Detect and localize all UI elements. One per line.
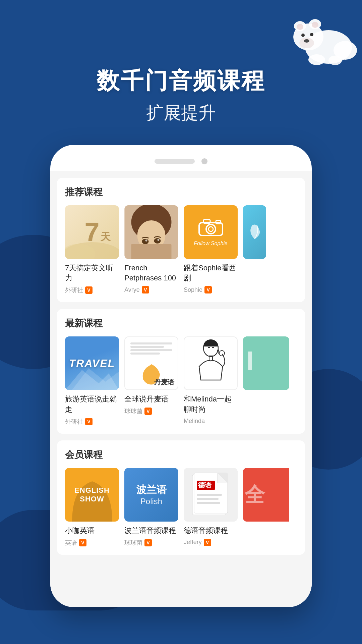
svg-rect-50 — [197, 502, 220, 504]
verified-badge-travel: V — [85, 418, 93, 425]
verified-badge-danish: V — [144, 408, 152, 415]
member-title: 会员课程 — [65, 448, 297, 461]
course-name-german: 德语音频课程 — [184, 526, 238, 536]
course-author-travel: 外研社 V — [65, 418, 119, 426]
tian-label: 天 — [101, 230, 111, 244]
course-thumb-travel: TRAVEL — [65, 336, 119, 390]
course-author-danish: 球球菌 V — [124, 407, 178, 415]
course-author-melinda: Melinda — [184, 418, 238, 425]
verified-badge-sophie: V — [204, 286, 212, 293]
member-section: 会员课程 ENGLISH SHOW — [57, 440, 305, 555]
course-thumb-melinda — [184, 336, 238, 390]
course-thumb-7days: 7 天 — [65, 205, 119, 259]
follow-sophie-text: Follow Sophie — [194, 240, 228, 247]
course-name-english: 小咖英语 — [65, 526, 119, 536]
course-author-polish: 球球菌 V — [124, 539, 178, 547]
course-card-german[interactable]: 德语 德语音频课程 Jeffery V — [184, 468, 238, 547]
course-card-french[interactable]: French Petphrases 100 Avrye V — [124, 205, 178, 294]
course-card-english[interactable]: ENGLISH SHOW 小咖英语 英语 V — [65, 468, 119, 547]
camera-icon — [197, 218, 224, 238]
latest-section: 最新课程 TRAVEL 旅游英语说走就走 — [57, 309, 305, 434]
course-author-sophie: Sophie V — [184, 286, 238, 293]
phone-camera — [201, 158, 207, 164]
svg-point-22 — [145, 239, 147, 241]
svg-rect-49 — [197, 498, 219, 500]
svg-rect-48 — [197, 494, 222, 496]
phone-speaker — [155, 159, 195, 164]
course-thumb-polish: 波兰语 Polish — [124, 468, 178, 522]
hero-section: 数千门音频课程 扩展提升 — [0, 0, 362, 125]
course-name-french: French Petphrases 100 — [124, 263, 178, 284]
latest-grid: TRAVEL 旅游英语说走就走 外研社 V — [65, 336, 297, 426]
seven-numeral: 7 — [84, 219, 100, 246]
svg-point-20 — [142, 239, 149, 244]
course-thumb-sophie: Follow Sophie — [184, 205, 238, 259]
course-thumb-global — [243, 205, 266, 259]
course-name-travel: 旅游英语说走就走 — [65, 394, 119, 415]
svg-point-21 — [154, 238, 161, 244]
phone-mockup: 推荐课程 7 天 7天搞定英文听力 — [50, 145, 312, 607]
phone-notch — [50, 155, 312, 171]
svg-text:I: I — [246, 346, 254, 376]
course-thumb-french — [124, 205, 178, 259]
course-name-polish: 波兰语音频课程 — [124, 526, 178, 536]
svg-rect-19 — [131, 244, 172, 259]
hero-title: 数千门音频课程 — [0, 67, 362, 95]
svg-text:德语: 德语 — [198, 481, 212, 489]
svg-point-23 — [158, 239, 160, 241]
course-author-german: Jeffery V — [184, 539, 238, 546]
polish-subtitle-text: Polish — [136, 497, 167, 506]
verified-badge-english: V — [79, 539, 86, 546]
course-name-danish: 全球说丹麦语 — [124, 394, 178, 405]
course-author-english: 英语 V — [65, 539, 119, 547]
phone-wrapper: 推荐课程 7 天 7天搞定英文听力 — [0, 145, 362, 621]
course-author-7days: 外研社 V — [65, 286, 119, 294]
danish-label: 丹麦语 — [154, 378, 174, 387]
course-name-7days: 7天搞定英文听力 — [65, 263, 119, 284]
course-card-sophie[interactable]: Follow Sophie 跟着Sophie看西剧 Sophie V — [184, 205, 238, 294]
course-thumb-danish: 丹麦语 — [124, 336, 178, 390]
course-card-polish[interactable]: 波兰语 Polish 波兰语音频课程 球球菌 V — [124, 468, 178, 547]
polish-title-text: 波兰语 — [136, 483, 167, 497]
course-card-global-partial[interactable] — [243, 205, 289, 294]
recommended-section: 推荐课程 7 天 7天搞定英文听力 — [57, 178, 305, 303]
course-card-7days[interactable]: 7 天 7天搞定英文听力 外研社 V — [65, 205, 119, 294]
svg-point-37 — [217, 350, 219, 352]
course-name-sophie: 跟着Sophie看西剧 — [184, 263, 238, 284]
verified-badge-polish: V — [144, 539, 152, 546]
course-card-danish[interactable]: 丹麦语 全球说丹麦语 球球菌 V — [124, 336, 178, 426]
verified-badge-french: V — [142, 286, 149, 293]
travel-text: TRAVEL — [69, 357, 115, 370]
latest-title: 最新课程 — [65, 317, 297, 330]
recommended-grid: 7 天 7天搞定英文听力 外研社 V — [65, 205, 297, 294]
course-thumb-english: ENGLISH SHOW — [65, 468, 119, 522]
course-thumb-german: 德语 — [184, 468, 238, 522]
app-content: 推荐课程 7 天 7天搞定英文听力 — [50, 171, 312, 607]
course-card-travel[interactable]: TRAVEL 旅游英语说走就走 外研社 V — [65, 336, 119, 426]
course-author-french: Avrye V — [124, 286, 178, 293]
verified-badge-german: V — [204, 539, 211, 546]
recommended-title: 推荐课程 — [65, 186, 297, 199]
course-card-global2-partial[interactable]: 全 — [243, 468, 289, 547]
hero-subtitle: 扩展提升 — [0, 101, 362, 125]
course-card-ocean-partial[interactable]: I — [243, 336, 289, 426]
svg-point-25 — [206, 224, 216, 234]
course-card-melinda[interactable]: 和Melinda一起聊时尚 Melinda — [184, 336, 238, 426]
course-name-melinda: 和Melinda一起聊时尚 — [184, 394, 238, 415]
sophie-name: Sophie — [184, 286, 202, 293]
svg-point-26 — [208, 227, 213, 231]
verified-badge-7days: V — [85, 286, 93, 294]
member-grid: ENGLISH SHOW 小咖英语 英语 V — [65, 468, 297, 547]
svg-text:全: 全 — [244, 483, 265, 506]
